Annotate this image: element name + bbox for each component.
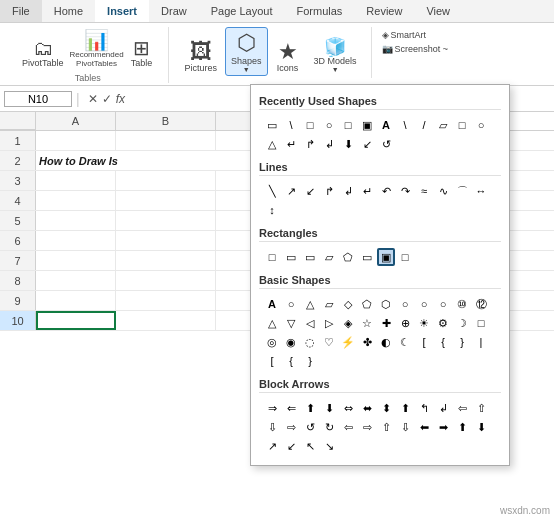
cell-b8[interactable]: [116, 271, 216, 290]
shape-item[interactable]: △: [263, 135, 281, 153]
shape-item[interactable]: ☀: [415, 314, 433, 332]
shape-item[interactable]: ⇐: [282, 399, 300, 417]
cell-a1[interactable]: [36, 131, 116, 150]
shape-item[interactable]: /: [415, 116, 433, 134]
shape-item[interactable]: ▱: [320, 295, 338, 313]
shape-item[interactable]: ○: [396, 295, 414, 313]
cell-a6[interactable]: [36, 231, 116, 250]
shape-item[interactable]: }: [453, 333, 471, 351]
shape-item[interactable]: ☆: [358, 314, 376, 332]
shape-item[interactable]: [: [415, 333, 433, 351]
cell-b7[interactable]: [116, 251, 216, 270]
shape-item[interactable]: ⬆: [396, 399, 414, 417]
shape-item[interactable]: ○: [434, 295, 452, 313]
shape-item[interactable]: ▽: [282, 314, 300, 332]
tab-page-layout[interactable]: Page Layout: [199, 0, 285, 22]
shape-item[interactable]: ↲: [320, 135, 338, 153]
shape-item[interactable]: ⇩: [263, 418, 281, 436]
cell-a7[interactable]: [36, 251, 116, 270]
shape-item[interactable]: ▣: [358, 116, 376, 134]
shape-item[interactable]: ↺: [377, 135, 395, 153]
col-header-a[interactable]: A: [36, 112, 116, 130]
shape-item[interactable]: □: [263, 248, 281, 266]
shape-item[interactable]: ⬠: [339, 248, 357, 266]
shape-item[interactable]: ∿: [434, 182, 452, 200]
shape-item-highlighted[interactable]: ▣: [377, 248, 395, 266]
3d-models-button[interactable]: 🧊 3D Models ▼: [308, 35, 363, 76]
cell-b10[interactable]: [116, 311, 216, 330]
shape-item[interactable]: ↙: [301, 182, 319, 200]
shape-item[interactable]: A: [263, 295, 281, 313]
cancel-icon[interactable]: ✕: [88, 92, 98, 106]
shape-item[interactable]: ⑫: [472, 295, 490, 313]
shape-item[interactable]: ▷: [320, 314, 338, 332]
cell-b5[interactable]: [116, 211, 216, 230]
shape-item[interactable]: ↘: [320, 437, 338, 455]
shape-item[interactable]: ▭: [301, 248, 319, 266]
shape-item[interactable]: \: [396, 116, 414, 134]
shape-item[interactable]: ↶: [377, 182, 395, 200]
shape-item[interactable]: ↲: [339, 182, 357, 200]
shape-item[interactable]: ↙: [358, 135, 376, 153]
shape-item[interactable]: ⬇: [320, 399, 338, 417]
shape-item[interactable]: ○: [282, 295, 300, 313]
shape-item[interactable]: ↗: [263, 437, 281, 455]
shape-item[interactable]: ⑩: [453, 295, 471, 313]
table-button[interactable]: ⊞ Table: [124, 35, 160, 71]
cell-a2[interactable]: How to Draw Is: [36, 151, 256, 170]
cell-a3[interactable]: [36, 171, 116, 190]
shape-item[interactable]: ▭: [358, 248, 376, 266]
shape-item[interactable]: ⇧: [472, 399, 490, 417]
shape-item[interactable]: ↷: [396, 182, 414, 200]
shapes-button[interactable]: ⬡ Shapes ▼: [225, 27, 268, 76]
shape-item[interactable]: ⇦: [453, 399, 471, 417]
screenshot-button[interactable]: 📷 Screenshot ~: [378, 43, 452, 55]
shape-item[interactable]: ☽: [453, 314, 471, 332]
shape-item[interactable]: ↱: [301, 135, 319, 153]
shape-item[interactable]: }: [301, 352, 319, 370]
shape-item[interactable]: ⬡: [377, 295, 395, 313]
shape-item[interactable]: ↱: [320, 182, 338, 200]
shape-item[interactable]: ⇧: [377, 418, 395, 436]
cell-b4[interactable]: [116, 191, 216, 210]
shape-item[interactable]: ↙: [282, 437, 300, 455]
shape-item[interactable]: ⬌: [358, 399, 376, 417]
shape-item[interactable]: ⇩: [396, 418, 414, 436]
col-header-b[interactable]: B: [116, 112, 216, 130]
shape-item[interactable]: ⇦: [339, 418, 357, 436]
shape-item[interactable]: ↵: [282, 135, 300, 153]
shape-item[interactable]: ▭: [282, 248, 300, 266]
shape-item[interactable]: ◌: [301, 333, 319, 351]
shape-item[interactable]: ⬇: [339, 135, 357, 153]
shape-item[interactable]: {: [282, 352, 300, 370]
pictures-button[interactable]: 🖼 Pictures: [179, 38, 224, 76]
tab-review[interactable]: Review: [354, 0, 414, 22]
shape-item[interactable]: ⬠: [358, 295, 376, 313]
shape-item[interactable]: ▱: [434, 116, 452, 134]
tab-home[interactable]: Home: [42, 0, 95, 22]
shape-item[interactable]: ⬅: [415, 418, 433, 436]
cell-a9[interactable]: [36, 291, 116, 310]
shape-item[interactable]: A: [377, 116, 395, 134]
shape-item[interactable]: ▭: [263, 116, 281, 134]
shape-item[interactable]: ⌒: [453, 182, 471, 200]
shape-item[interactable]: ⇔: [339, 399, 357, 417]
shape-item[interactable]: ⇒: [263, 399, 281, 417]
shape-item[interactable]: □: [453, 116, 471, 134]
tab-formulas[interactable]: Formulas: [285, 0, 355, 22]
shape-item[interactable]: ◎: [263, 333, 281, 351]
shape-item[interactable]: ◁: [301, 314, 319, 332]
shape-item[interactable]: ⚡: [339, 333, 357, 351]
shape-item[interactable]: ⇨: [282, 418, 300, 436]
shape-item[interactable]: ◉: [282, 333, 300, 351]
shape-item[interactable]: □: [301, 116, 319, 134]
recommended-pivot-button[interactable]: 📊 Recommended PivotTables: [72, 27, 122, 71]
cell-b6[interactable]: [116, 231, 216, 250]
tab-file[interactable]: File: [0, 0, 42, 22]
cell-a4[interactable]: [36, 191, 116, 210]
tab-view[interactable]: View: [414, 0, 462, 22]
shape-item[interactable]: ♡: [320, 333, 338, 351]
shape-item[interactable]: ☾: [396, 333, 414, 351]
shape-item[interactable]: ⬆: [453, 418, 471, 436]
shape-item[interactable]: ⊕: [396, 314, 414, 332]
